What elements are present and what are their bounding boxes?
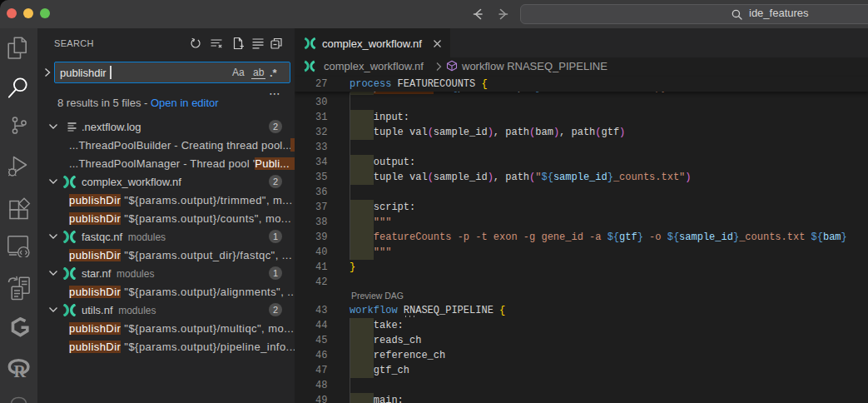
svg-text:R: R xyxy=(14,362,27,379)
